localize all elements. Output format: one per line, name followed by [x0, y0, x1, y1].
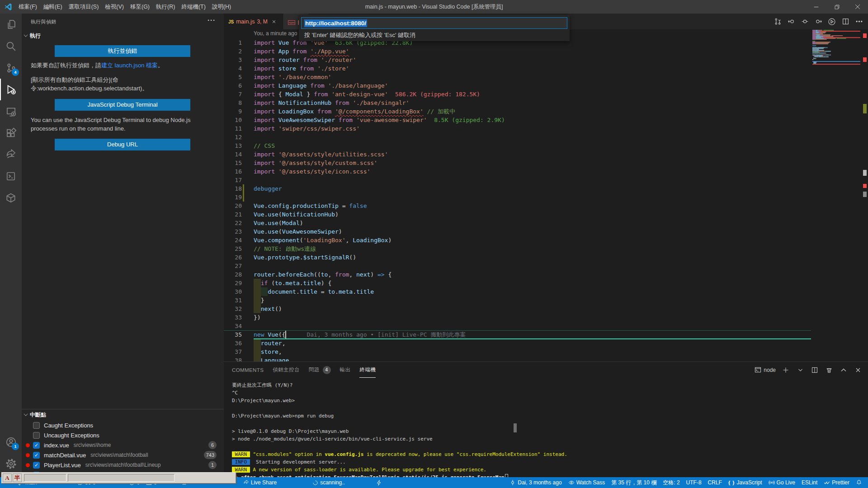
codelens-authors[interactable]: You, a minute ago: [254, 30, 297, 37]
activity-account-icon[interactable]: 1: [0, 431, 22, 453]
code-line-31[interactable]: 31 }: [224, 296, 811, 305]
restore-button[interactable]: [826, 0, 847, 14]
more-actions-icon[interactable]: [854, 17, 863, 26]
code-line-27[interactable]: 27: [224, 262, 811, 270]
split-editor-icon[interactable]: [841, 17, 850, 26]
menu-item-7[interactable]: 說明(H): [209, 0, 234, 14]
code-line-36[interactable]: 36 router,: [224, 339, 811, 347]
breakpoint-row[interactable]: ✓index.vuesrc\views\home6: [22, 440, 224, 450]
code-line-9[interactable]: 9import LoadingBox from '@/components/Lo…: [224, 107, 811, 116]
more-actions-icon[interactable]: ···: [208, 16, 216, 24]
code-line-35[interactable]: 35new Vue({Dai, 3 months ago • [init] Li…: [224, 330, 811, 339]
status-utf-8[interactable]: UTF-8: [683, 477, 705, 488]
breakpoint-checkbox[interactable]: ✓: [33, 442, 40, 449]
status-dai-3-months-ago[interactable]: Dai, 3 months ago: [506, 477, 565, 488]
code-line-23[interactable]: 23Vue.use(VueAwesomeSwiper): [224, 227, 811, 236]
status-空格-2[interactable]: 空格: 2: [660, 477, 683, 488]
activity-settings-gear-icon[interactable]: [0, 453, 22, 474]
code-line-7[interactable]: 7import { Modal } from 'ant-design-vue' …: [224, 90, 811, 99]
panel-tab-偵錯主控台[interactable]: 偵錯主控台: [273, 362, 300, 378]
status-go-live[interactable]: Go Live: [765, 477, 798, 488]
code-line-3[interactable]: 3import router from './router': [224, 56, 811, 64]
close-tab-icon[interactable]: [271, 19, 278, 24]
ime-halfwidth-button[interactable]: 半: [13, 474, 22, 482]
menu-item-0[interactable]: 檔案(F): [15, 0, 40, 14]
terminal-select[interactable]: node: [755, 366, 776, 373]
debug-url-input[interactable]: http://localhost:8080/: [301, 17, 567, 29]
activity-source-control-icon[interactable]: 4: [0, 57, 22, 79]
code-line-21[interactable]: 21Vue.use(NotificationHub): [224, 210, 811, 219]
code-line-18[interactable]: 18debugger: [224, 184, 811, 193]
open-changes-icon[interactable]: [773, 17, 782, 26]
split-terminal-icon[interactable]: [810, 366, 819, 375]
code-line-16[interactable]: 16import '@/assets/style/icon.scss': [224, 167, 811, 176]
create-launch-json-link[interactable]: 建立 launch.json 檔案: [101, 62, 158, 69]
activity-package-icon[interactable]: [0, 187, 22, 209]
kill-terminal-icon[interactable]: [825, 366, 834, 375]
menu-item-3[interactable]: 檢視(V): [102, 0, 127, 14]
section-run-header[interactable]: 執行: [24, 31, 41, 41]
add-terminal-icon[interactable]: [781, 366, 790, 375]
breakpoint-checkbox[interactable]: [33, 432, 40, 439]
code-line-28[interactable]: 28router.beforeEach((to, from, next) => …: [224, 270, 811, 279]
breakpoint-row[interactable]: ✓matchDetail.vuesrc\views\match\football…: [22, 450, 224, 460]
code-line-29[interactable]: 29 if (to.meta.title) {: [224, 279, 811, 287]
run-and-debug-button[interactable]: 執行並偵錯: [55, 45, 190, 57]
panel-tab-終端機[interactable]: 終端機: [359, 362, 376, 378]
panel-tab-輸出[interactable]: 輸出: [340, 362, 351, 378]
activity-remote-explorer-icon[interactable]: [0, 100, 22, 122]
code-line-24[interactable]: 24Vue.component('LoadingBox', LoadingBox…: [224, 236, 811, 244]
code-line-5[interactable]: 5import './base/common': [224, 73, 811, 81]
code-line-14[interactable]: 14import '@/assets/style/utilities.scss': [224, 150, 811, 159]
code-line-2[interactable]: 2import App from './App.vue': [224, 47, 811, 56]
code-line-10[interactable]: 10import VueAwesomeSwiper from 'vue-awes…: [224, 116, 811, 124]
breakpoints-header[interactable]: 中斷點: [22, 409, 224, 420]
menu-item-1[interactable]: 編輯(E): [40, 0, 66, 14]
code-line-11[interactable]: 11import 'swiper/css/swiper.css': [224, 124, 811, 133]
menu-item-6[interactable]: 終端機(T): [178, 0, 208, 14]
status-javascript[interactable]: { }JavaScript: [725, 477, 765, 488]
menu-item-2[interactable]: 選取項目(S): [66, 0, 102, 14]
panel-tab-問題[interactable]: 問題4: [309, 362, 331, 378]
terminal-dropdown-icon[interactable]: [796, 366, 805, 375]
activity-extensions-icon[interactable]: [0, 122, 22, 144]
code-line-13[interactable]: 13// CSS: [224, 141, 811, 150]
code-line-26[interactable]: 26Vue.prototype.$startSignalR(): [224, 253, 811, 262]
code-line-30[interactable]: 30 document.title = to.meta.title: [224, 287, 811, 296]
code-line-20[interactable]: 20Vue.config.productionTip = false: [224, 202, 811, 210]
activity-search-icon[interactable]: [0, 35, 22, 57]
code-line-22[interactable]: 22Vue.use(Modal): [224, 219, 811, 227]
breakpoint-checkbox[interactable]: [33, 422, 40, 429]
activity-run-debug-icon[interactable]: [0, 79, 22, 100]
panel-tab-COMMENTS[interactable]: COMMENTS: [232, 362, 264, 378]
code-line-19[interactable]: 19: [224, 193, 811, 202]
minimize-button[interactable]: [806, 0, 826, 14]
code-line-12[interactable]: 12: [224, 133, 811, 141]
previous-change-icon[interactable]: [787, 17, 796, 26]
activity-explorer-icon[interactable]: [0, 14, 22, 35]
minimap[interactable]: [811, 29, 862, 361]
close-button[interactable]: [847, 0, 868, 14]
js-debug-terminal-button[interactable]: JavaScript Debug Terminal: [55, 99, 190, 111]
code-line-34[interactable]: 34: [224, 322, 811, 330]
status-bell-icon[interactable]: [853, 477, 865, 488]
status-crlf[interactable]: CRLF: [705, 477, 725, 488]
code-line-25[interactable]: 25// NOTE: 啟動ws連線: [224, 244, 811, 253]
code-area[interactable]: 1import Vue from 'vue' 63.6K (gzipped: 2…: [224, 38, 811, 361]
breakpoint-checkbox[interactable]: ✓: [33, 452, 40, 459]
status-第-35-行-第-10-欄[interactable]: 第 35 行，第 10 欄: [608, 477, 660, 488]
next-change-icon[interactable]: [814, 17, 823, 26]
run-preview-icon[interactable]: [827, 17, 836, 26]
activity-live-share-icon[interactable]: [0, 144, 22, 165]
code-line-15[interactable]: 15import '@/assets/style/custom.scss': [224, 159, 811, 167]
code-line-6[interactable]: 6import Language from './base/language': [224, 81, 811, 90]
status-scanning-[interactable]: scanning..: [309, 477, 348, 488]
breakpoint-row[interactable]: Uncaught Exceptions: [22, 430, 224, 440]
status-live-share[interactable]: Live Share: [240, 477, 280, 488]
breakpoint-row[interactable]: Caught Exceptions: [22, 420, 224, 430]
debug-url-button[interactable]: Debug URL: [55, 139, 190, 150]
change-icon[interactable]: [800, 17, 809, 26]
code-line-32[interactable]: 32 next(): [224, 305, 811, 313]
menu-item-4[interactable]: 移至(G): [127, 0, 153, 14]
code-line-38[interactable]: 38 Language: [224, 356, 811, 361]
